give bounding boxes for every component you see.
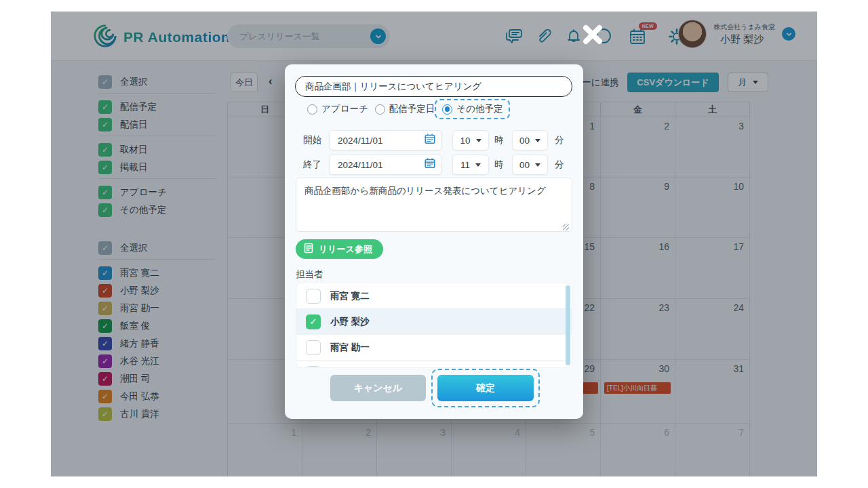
chevron-down-icon bbox=[475, 163, 481, 167]
checkbox-unchecked[interactable] bbox=[306, 340, 321, 355]
close-icon bbox=[580, 39, 606, 49]
scrollbar-thumb[interactable] bbox=[566, 285, 570, 365]
radio-delivery-date[interactable]: 配信予定日 bbox=[375, 103, 435, 115]
chevron-down-icon bbox=[535, 163, 540, 167]
assignee-list: 雨宮 寛二 ✓ 小野 梨沙 雨宮 勘一 飯室 俊 bbox=[296, 283, 572, 368]
calendar-picker-icon[interactable] bbox=[424, 133, 436, 148]
assignee-label: 担当者 bbox=[296, 268, 323, 281]
radio-approach[interactable]: アプローチ bbox=[307, 103, 368, 115]
start-date-input[interactable]: 2024/11/01 bbox=[329, 130, 442, 150]
event-description-textarea[interactable]: 商品企画部から新商品のリリース発表についてヒアリング bbox=[296, 178, 572, 232]
event-title-input[interactable] bbox=[295, 76, 572, 97]
confirm-highlight-box bbox=[431, 369, 540, 407]
assignee-row[interactable]: 雨宮 寛二 bbox=[296, 283, 572, 309]
start-hour-select[interactable]: 10 bbox=[452, 130, 489, 150]
modal-close-button[interactable] bbox=[578, 20, 608, 50]
assignee-row[interactable]: 飯室 俊 bbox=[296, 361, 572, 368]
checkbox-checked[interactable]: ✓ bbox=[306, 314, 321, 329]
start-minute-select[interactable]: 00 bbox=[512, 130, 548, 150]
screen: PR Automation プレスリリース一覧 bbox=[0, 0, 868, 488]
end-datetime-row: 終了 2024/11/01 11 時 00 分 bbox=[285, 155, 583, 175]
checkbox-unchecked[interactable] bbox=[306, 366, 321, 369]
radio-other-selected-highlight[interactable]: その他予定 bbox=[435, 99, 510, 119]
calendar-picker-icon[interactable] bbox=[424, 157, 436, 172]
cancel-button[interactable]: キャンセル bbox=[330, 375, 426, 401]
assignee-row[interactable]: 雨宮 勘一 bbox=[296, 335, 572, 361]
chevron-down-icon bbox=[535, 139, 540, 142]
end-minute-select[interactable]: 00 bbox=[512, 155, 548, 175]
radio-selected-icon[interactable] bbox=[442, 104, 452, 115]
event-type-radio-group: アプローチ 配信予定日 その他予定 bbox=[285, 103, 583, 115]
checkbox-unchecked[interactable] bbox=[306, 289, 321, 304]
chevron-down-icon bbox=[476, 139, 481, 142]
end-hour-select[interactable]: 11 bbox=[452, 155, 489, 175]
assignee-row[interactable]: ✓ 小野 梨沙 bbox=[296, 309, 572, 335]
end-date-input[interactable]: 2024/11/01 bbox=[329, 155, 442, 175]
radio-icon[interactable] bbox=[375, 104, 385, 115]
event-edit-modal: アプローチ 配信予定日 その他予定 開始 2024/11/01 bbox=[285, 64, 583, 419]
radio-icon[interactable] bbox=[307, 104, 317, 115]
document-icon bbox=[304, 243, 314, 256]
textarea-resize-handle[interactable] bbox=[563, 224, 569, 230]
release-reference-button[interactable]: リリース参照 bbox=[296, 239, 383, 259]
start-datetime-row: 開始 2024/11/01 10 時 00 分 bbox=[285, 130, 583, 150]
